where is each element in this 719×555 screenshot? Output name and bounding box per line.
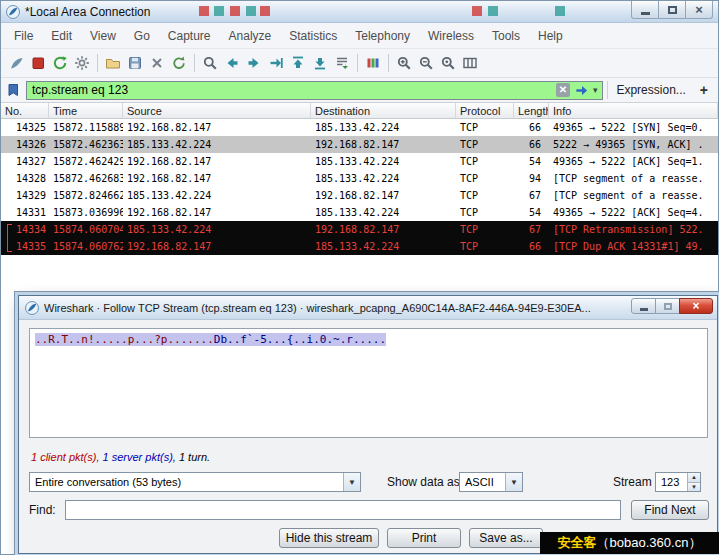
open-file-button[interactable]: [102, 51, 124, 75]
colorize-button[interactable]: [362, 51, 384, 75]
auto-scroll-button[interactable]: [331, 51, 353, 75]
menu-bar: File Edit View Go Capture Analyze Statis…: [1, 23, 718, 49]
capture-stop-button[interactable]: [27, 51, 49, 75]
show-data-as-label: Show data as: [387, 472, 460, 492]
go-forward-button[interactable]: [243, 51, 265, 75]
close-icon: ×: [695, 3, 703, 16]
dialog-window-controls: ×: [632, 298, 713, 314]
filter-clear-button[interactable]: ✕: [556, 83, 570, 97]
menu-file[interactable]: File: [5, 24, 42, 48]
menu-telephony[interactable]: Telephony: [346, 24, 419, 48]
conversation-select[interactable]: Entire conversation (53 bytes) ▼: [29, 472, 361, 492]
close-button[interactable]: ×: [685, 1, 713, 19]
maximize-button[interactable]: [658, 1, 686, 19]
filter-bookmark-icon[interactable]: [6, 82, 22, 98]
minimize-button[interactable]: [631, 1, 659, 19]
packet-row-selected[interactable]: 1432615872.462363185.133.42.224192.168.8…: [1, 136, 718, 153]
capture-options-button[interactable]: [71, 51, 93, 75]
zoom-reset-button[interactable]: [437, 51, 459, 75]
zoom-in-icon: [396, 55, 412, 71]
print-button[interactable]: Print: [387, 528, 461, 548]
watermark-domain: （bobao.360.cn）: [597, 534, 702, 552]
find-next-button[interactable]: Find Next: [631, 500, 709, 520]
stepper-buttons[interactable]: ▲▼: [687, 473, 700, 491]
background-window-artifact: [472, 6, 482, 16]
chevron-down-icon: ▼: [343, 473, 360, 491]
turn-count: 1 turn.: [179, 451, 210, 463]
minimize-icon: [640, 308, 648, 311]
stream-number-stepper[interactable]: 123 ▲▼: [655, 472, 701, 492]
filter-dropdown-caret[interactable]: ▾: [593, 85, 598, 95]
close-icon: ×: [692, 300, 699, 312]
format-select[interactable]: ASCII ▼: [459, 472, 523, 492]
packet-row[interactable]: 1432715872.462429192.168.82.147185.133.4…: [1, 153, 718, 170]
menu-capture[interactable]: Capture: [159, 24, 220, 48]
stop-icon: [30, 55, 46, 71]
packet-row[interactable]: 1433115873.036996192.168.82.147185.133.4…: [1, 204, 718, 221]
column-header-destination[interactable]: Destination: [311, 103, 456, 118]
filter-apply-icon[interactable]: [574, 83, 589, 98]
go-back-button[interactable]: [221, 51, 243, 75]
capture-restart-button[interactable]: [49, 51, 71, 75]
dialog-maximize-button[interactable]: [655, 298, 680, 314]
packet-row-bad-tcp[interactable]: 1433515874.060762192.168.82.147185.133.4…: [1, 238, 718, 255]
save-icon: [127, 55, 143, 71]
background-window-artifact: [199, 6, 209, 16]
display-filter-input[interactable]: tcp.stream eq 123 ✕ ▾: [26, 81, 603, 100]
column-header-time[interactable]: Time: [49, 103, 123, 118]
open-folder-icon: [105, 55, 121, 71]
background-window-artifact: [246, 6, 256, 16]
packet-row[interactable]: 1432915872.824662185.133.42.224192.168.8…: [1, 187, 718, 204]
column-header-source[interactable]: Source: [123, 103, 311, 118]
menu-tools[interactable]: Tools: [483, 24, 529, 48]
menu-statistics[interactable]: Statistics: [280, 24, 346, 48]
menu-analyze[interactable]: Analyze: [220, 24, 281, 48]
stepper-up-icon[interactable]: ▲: [688, 473, 700, 483]
hide-stream-button[interactable]: Hide this stream: [279, 528, 379, 548]
dialog-title: Wireshark · Follow TCP Stream (tcp.strea…: [44, 296, 625, 320]
arrow-left-icon: [224, 55, 240, 71]
magnifier-icon: [202, 55, 218, 71]
dialog-close-button[interactable]: ×: [679, 298, 713, 314]
column-header-no[interactable]: No.: [1, 103, 49, 118]
go-last-button[interactable]: [309, 51, 331, 75]
save-file-button[interactable]: [124, 51, 146, 75]
reload-button[interactable]: [168, 51, 190, 75]
background-window-artifact: [488, 6, 498, 16]
find-input[interactable]: [65, 500, 621, 520]
dialog-titlebar[interactable]: Wireshark · Follow TCP Stream (tcp.strea…: [19, 296, 717, 320]
menu-edit[interactable]: Edit: [42, 24, 81, 48]
packet-list: 1432515872.115889192.168.82.147185.133.4…: [1, 119, 718, 255]
find-packet-button[interactable]: [199, 51, 221, 75]
column-header-protocol[interactable]: Protocol: [456, 103, 514, 118]
column-header-length[interactable]: Length: [514, 103, 549, 118]
menu-view[interactable]: View: [81, 24, 125, 48]
zoom-in-button[interactable]: [393, 51, 415, 75]
go-first-button[interactable]: [287, 51, 309, 75]
wireshark-app-icon: [25, 301, 39, 315]
resize-columns-button[interactable]: [459, 51, 481, 75]
background-window-artifact: [260, 6, 270, 16]
menu-wireless[interactable]: Wireless: [419, 24, 483, 48]
packet-row[interactable]: 1432815872.462683192.168.82.147185.133.4…: [1, 170, 718, 187]
menu-go[interactable]: Go: [125, 24, 159, 48]
filter-add-button[interactable]: +: [698, 82, 713, 98]
chevron-down-icon: ▼: [505, 473, 522, 491]
watermark-brand: 安全客: [558, 534, 597, 552]
save-as-button[interactable]: Save as...: [469, 528, 543, 548]
go-to-packet-button[interactable]: [265, 51, 287, 75]
expression-button[interactable]: Expression...: [607, 81, 693, 99]
capture-start-button[interactable]: [5, 51, 27, 75]
main-titlebar[interactable]: *Local Area Connection ×: [1, 1, 718, 23]
close-file-button[interactable]: [146, 51, 168, 75]
menu-help[interactable]: Help: [529, 24, 572, 48]
stepper-down-icon[interactable]: ▼: [688, 483, 700, 492]
dialog-minimize-button[interactable]: [631, 298, 656, 314]
packet-row[interactable]: 1432515872.115889192.168.82.147185.133.4…: [1, 119, 718, 136]
packet-row-bad-tcp[interactable]: 1433415874.060704185.133.42.224192.168.8…: [1, 221, 718, 238]
watermark: 安全客 （bobao.360.cn）: [540, 532, 719, 554]
stream-content-area[interactable]: ..R.T..n!.....p...?p.......Db..f`-5...{.…: [29, 328, 708, 438]
column-header-info[interactable]: Info: [549, 103, 718, 118]
follow-tcp-stream-dialog: Wireshark · Follow TCP Stream (tcp.strea…: [18, 295, 718, 554]
zoom-out-button[interactable]: [415, 51, 437, 75]
